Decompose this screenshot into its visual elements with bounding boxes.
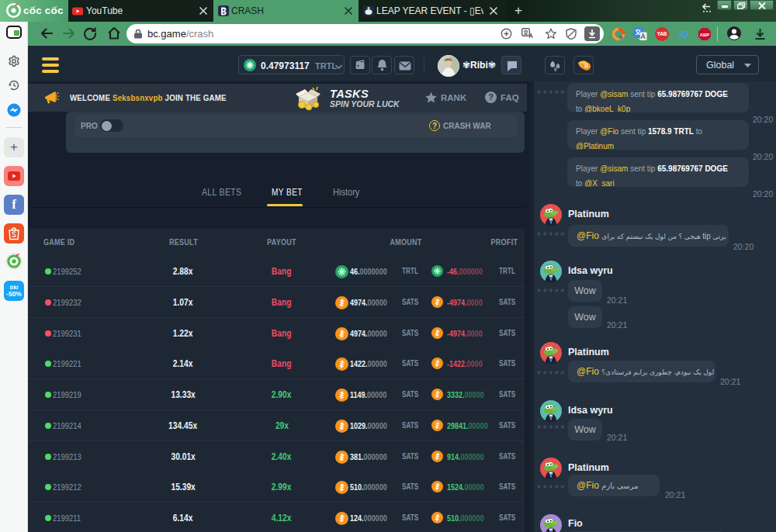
svg-text:ABP: ABP — [700, 33, 710, 37]
svg-text:₿: ₿ — [584, 62, 588, 69]
